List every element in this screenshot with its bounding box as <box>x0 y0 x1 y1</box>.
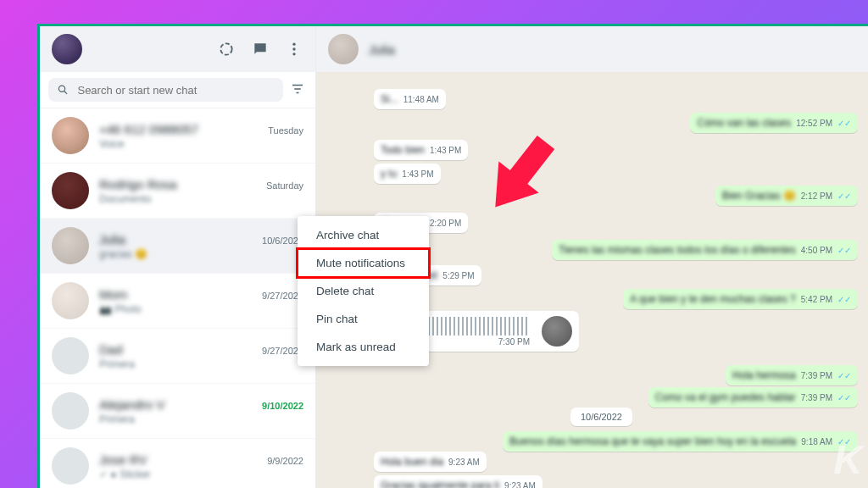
status-icon[interactable] <box>217 40 236 58</box>
search-box[interactable] <box>48 78 283 102</box>
app-window: +46 612 0988057TuesdayVoiceRodrigo RosaS… <box>37 24 868 488</box>
conversation-header[interactable]: Julia <box>316 26 868 72</box>
message-in[interactable]: Si...11:48 AM <box>374 89 446 109</box>
chat-time: 9/9/2022 <box>267 456 303 466</box>
date-separator: 10/6/2022 <box>570 408 632 426</box>
filter-icon[interactable] <box>290 81 307 98</box>
message-time: 12:52 PM <box>796 119 832 128</box>
search-icon <box>57 83 69 97</box>
menu-icon[interactable] <box>285 40 303 58</box>
chat-preview: Documento <box>99 193 303 205</box>
chat-name: Rodrigo Rosa <box>99 177 177 191</box>
chat-name: Julia <box>99 232 125 247</box>
chat-name: Mom <box>99 287 127 302</box>
message-time: 5:42 PM <box>801 295 832 304</box>
message-time: 11:48 AM <box>403 95 439 104</box>
message-text: y tu <box>381 168 397 180</box>
chat-preview: Primera <box>99 358 303 370</box>
chat-preview: ✓ ● Sticker <box>99 469 303 480</box>
chat-item[interactable]: Rodrigo RosaSaturdayDocumento <box>40 164 315 219</box>
message-text: Bien Gracias 😊 <box>722 190 796 202</box>
message-out[interactable]: Tienes las mismas clases todos los días … <box>552 240 858 260</box>
menu-item-archive[interactable]: Archive chat <box>298 221 429 249</box>
chat-preview: Primera <box>99 413 303 425</box>
message-in[interactable]: Gracias igualmente para ti9:23 AM <box>374 475 542 488</box>
message-text: Hola buen dia <box>381 456 443 468</box>
read-tick-icon: ✓✓ <box>837 393 851 402</box>
message-text: Tienes las mismas clases todos los días … <box>559 244 796 256</box>
chat-avatar <box>52 337 89 374</box>
chat-avatar <box>52 392 89 430</box>
message-in[interactable]: Hola buen dia9:23 AM <box>374 452 487 472</box>
chat-item[interactable]: Dad9/27/2022Primera <box>40 329 315 384</box>
message-time: 7:39 PM <box>801 393 832 402</box>
read-tick-icon: ✓✓ <box>837 246 851 255</box>
message-time: 2:12 PM <box>801 191 832 201</box>
chat-item[interactable]: Mom9/27/2022📷 Photo <box>40 274 315 329</box>
chat-avatar <box>52 172 89 209</box>
voice-waveform[interactable] <box>411 317 530 336</box>
message-time: 5:29 PM <box>442 271 474 280</box>
message-text: Buenos días hermosa que te vaya super bi… <box>509 435 796 447</box>
user-avatar[interactable] <box>52 34 82 64</box>
chat-item[interactable]: +46 612 0988057TuesdayVoice <box>40 108 315 164</box>
message-out[interactable]: A que bien y te den muchas clases ?5:42 … <box>623 289 858 309</box>
sidebar: +46 612 0988057TuesdayVoiceRodrigo RosaS… <box>40 26 316 488</box>
svg-point-4 <box>58 86 64 92</box>
message-time: 4:50 PM <box>801 246 832 255</box>
chat-time: Tuesday <box>268 125 303 136</box>
message-time: 9:23 AM <box>504 481 536 489</box>
message-out[interactable]: Hola hermosa7:39 PM✓✓ <box>726 365 858 385</box>
chat-item[interactable]: Julia10/6/2022gracias 😊 <box>40 219 315 274</box>
svg-point-2 <box>292 47 295 50</box>
message-text: Como va el gym puedes hablar <box>655 391 796 403</box>
annotation-arrow <box>455 118 582 236</box>
message-out[interactable]: Cómo van las clases12:52 PM✓✓ <box>690 113 858 133</box>
chat-name: +46 612 0988057 <box>99 122 198 136</box>
message-time: 1:43 PM <box>402 169 433 179</box>
chat-time: 9/10/2022 <box>262 401 303 411</box>
chat-time: Saturday <box>266 180 303 191</box>
svg-line-5 <box>64 92 67 94</box>
read-tick-icon: ✓✓ <box>837 295 851 304</box>
menu-item-unread[interactable]: Mark as unread <box>298 333 429 361</box>
sidebar-header <box>40 26 315 72</box>
read-tick-icon: ✓✓ <box>837 119 851 128</box>
menu-item-delete[interactable]: Delete chat <box>298 277 429 305</box>
message-out[interactable]: Buenos días hermosa que te vaya super bi… <box>503 431 858 452</box>
chat-list: +46 612 0988057TuesdayVoiceRodrigo RosaS… <box>40 108 315 488</box>
message-text: Cómo van las clases <box>697 117 791 129</box>
message-text: Si... <box>381 93 398 105</box>
chat-name: Dad <box>99 342 123 357</box>
chat-avatar <box>52 227 89 264</box>
chat-item[interactable]: Jose RV9/9/2022✓ ● Sticker <box>40 439 315 488</box>
chat-avatar <box>52 282 89 319</box>
menu-item-pin[interactable]: Pin chat <box>298 305 429 333</box>
menu-item-mute[interactable]: Mute notifications <box>298 249 429 277</box>
message-time: 9:18 AM <box>801 437 832 446</box>
contact-name: Julia <box>369 42 395 57</box>
contact-avatar <box>328 34 359 64</box>
message-time: 9:23 AM <box>448 458 480 467</box>
message-text: Gracias igualmente para ti <box>381 480 499 488</box>
chat-name: Alejandro V <box>99 397 165 412</box>
svg-point-1 <box>292 43 295 46</box>
chat-preview: gracias 😊 <box>99 248 303 260</box>
message-time: 7:39 PM <box>801 371 832 380</box>
new-chat-icon[interactable] <box>251 40 270 58</box>
svg-point-0 <box>220 43 231 54</box>
search-input[interactable] <box>77 84 275 97</box>
message-out[interactable]: Bien Gracias 😊2:12 PM✓✓ <box>715 186 858 206</box>
message-in[interactable]: Todo bien1:43 PM <box>374 140 468 160</box>
message-out[interactable]: Como va el gym puedes hablar7:39 PM✓✓ <box>648 387 858 408</box>
message-in[interactable]: y tu1:43 PM <box>374 164 441 184</box>
svg-marker-9 <box>476 127 566 223</box>
chat-avatar <box>52 447 89 485</box>
chat-item[interactable]: Alejandro V9/10/2022Primera <box>40 384 315 439</box>
svg-point-3 <box>292 53 295 55</box>
chat-preview: 📷 Photo <box>99 303 303 315</box>
message-time: 7:30 PM <box>498 337 530 347</box>
chat-context-menu: Archive chatMute notificationsDelete cha… <box>298 216 429 366</box>
message-text: Hola hermosa <box>732 369 796 381</box>
message-text: Todo bien <box>381 144 425 156</box>
